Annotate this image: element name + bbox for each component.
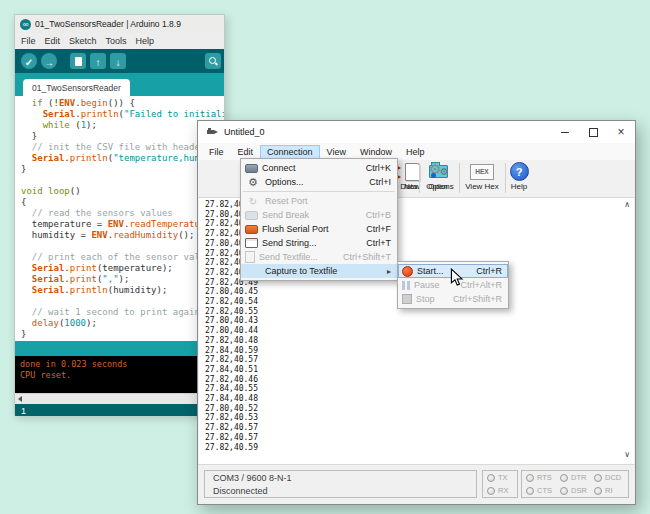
menu-item-stop[interactable]: StopCtrl+Shift+R [398, 292, 508, 306]
menu-item-send-string[interactable]: Send String...Ctrl+T [241, 236, 397, 250]
arduino-toolbar [15, 49, 224, 73]
code-token: // read the sensors values [21, 208, 173, 218]
reset-port-icon [245, 195, 261, 207]
code-token: ); [86, 318, 97, 328]
sketch-tab[interactable]: 01_TwoSensorsReader [23, 79, 130, 96]
led-indicator-icon [487, 487, 495, 495]
menu-item-label: Start... [417, 266, 444, 276]
code-token: temperature = [21, 219, 108, 229]
code-token [21, 120, 43, 130]
terminal-line: 27.82,40.57 [205, 355, 634, 365]
menu-item-capture-to-textfile[interactable]: Capture to Textfile [241, 264, 397, 278]
led-label: RX [498, 486, 508, 495]
coolterm-menu-connection[interactable]: Connection [260, 145, 320, 159]
code-token: ( [70, 120, 81, 130]
coolterm-menu-view[interactable]: View [320, 145, 353, 159]
arduino-menu-file[interactable]: File [21, 36, 36, 46]
scroll-down-arrow-icon[interactable] [624, 450, 630, 459]
terminal-line: 27.80,40.44 [205, 326, 634, 336]
arduino-status-strip [15, 341, 224, 356]
status-led-ri: RI [594, 484, 628, 497]
coolterm-menu-window[interactable]: Window [353, 145, 399, 159]
coolterm-menu-help[interactable]: Help [399, 145, 432, 159]
code-token: void [21, 186, 43, 196]
options-button[interactable]: Options [420, 162, 460, 195]
port-info-panel: COM3 / 9600 8-N-1 Disconnected [204, 470, 477, 498]
code-token: (humidity); [108, 285, 168, 295]
code-line: } [21, 164, 224, 175]
led-row: CTSDSRRI [526, 484, 628, 497]
upload-button[interactable] [41, 53, 57, 69]
code-line: // print each of the sensor values [21, 252, 224, 263]
menu-item-label: Stop [416, 294, 435, 304]
code-token: loop [48, 186, 70, 196]
scroll-up-arrow-icon[interactable] [624, 200, 630, 209]
menu-item-reset-port[interactable]: Reset Port [241, 194, 397, 208]
coolterm-menu-file[interactable]: File [202, 145, 231, 159]
desktop: ∞ 01_TwoSensorsReader | Arduino 1.8.9 Fi… [0, 0, 650, 514]
save-sketch-button[interactable] [110, 53, 126, 69]
terminal-line: 27.82,40.53 [205, 413, 634, 423]
menu-item-shortcut: Ctrl+K [366, 163, 391, 173]
console-output-line: done in 0.023 seconds [20, 359, 224, 370]
new-sketch-button[interactable] [70, 53, 86, 69]
arduino-menu-tools[interactable]: Tools [106, 36, 127, 46]
code-token: Serial [43, 109, 76, 119]
pause-icon [402, 281, 405, 290]
menu-item-options[interactable]: Options...Ctrl+I [241, 175, 397, 189]
save-sketch-icon [116, 52, 121, 70]
arduino-menu-sketch[interactable]: Sketch [69, 36, 97, 46]
options-button-label: Options [426, 182, 454, 191]
code-token: delay [32, 318, 59, 328]
terminal-line: 27.82,40.46 [205, 375, 634, 385]
code-line: Serial.println("temperature,humidity"); [21, 153, 224, 164]
help-button[interactable]: Help [501, 162, 537, 195]
open-sketch-icon [96, 52, 101, 70]
terminal-line: 27.84,40.59 [205, 346, 634, 356]
menu-item-flush-serial-port[interactable]: Flush Serial PortCtrl+F [241, 222, 397, 236]
menu-item-shortcut: Ctrl+T [366, 238, 391, 248]
terminal-line: 27.82,40.57 [205, 433, 634, 443]
arduino-titlebar[interactable]: ∞ 01_TwoSensorsReader | Arduino 1.8.9 [15, 15, 224, 33]
console-output-line: CPU reset. [20, 370, 224, 381]
led-label: CTS [537, 486, 552, 495]
code-editor[interactable]: if (!ENV.begin()) { Serial.println("Fail… [15, 96, 224, 341]
minimize-button[interactable] [551, 121, 579, 143]
arduino-menu-help[interactable]: Help [136, 36, 155, 46]
serial-monitor-magnifier-icon [209, 57, 217, 65]
view-hex-button[interactable]: HEX View Hex [460, 162, 504, 195]
code-line: { [21, 197, 224, 208]
led-indicator-icon [526, 487, 534, 495]
code-token: print [70, 263, 97, 273]
menu-item-send-textfile[interactable]: Send Textfile...Ctrl+Shift+T [241, 250, 397, 264]
stop-icon [402, 294, 412, 304]
menu-item-icon-blank [245, 265, 261, 277]
verify-button[interactable] [21, 53, 37, 69]
led-label: TX [498, 473, 508, 482]
code-token [21, 318, 32, 328]
coolterm-menu-edit[interactable]: Edit [231, 145, 261, 159]
maximize-button[interactable] [579, 121, 607, 143]
code-token: Serial [32, 274, 65, 284]
open-sketch-button[interactable] [90, 53, 106, 69]
terminal-line: 27.80,40.43 [205, 316, 634, 326]
send-textfile-icon [245, 251, 255, 263]
code-line: // init the CSV file with headers [21, 142, 224, 153]
code-token: 1000 [64, 318, 86, 328]
code-token: Serial [32, 263, 65, 273]
code-token: println [70, 153, 108, 163]
arduino-menu-edit[interactable]: Edit [45, 36, 61, 46]
code-line: while (1); [21, 120, 224, 131]
connect-icon [245, 164, 258, 173]
console-horizontal-scrollbar[interactable] [15, 393, 224, 404]
code-line: Serial.println(humidity); [21, 285, 224, 296]
code-token [21, 263, 32, 273]
arduino-logo-icon: ∞ [20, 19, 31, 30]
menu-item-connect[interactable]: ConnectCtrl+K [241, 161, 397, 175]
coolterm-titlebar[interactable]: Untitled_0 × [198, 121, 635, 143]
serial-monitor-button[interactable] [205, 53, 221, 69]
scroll-left-arrow-icon[interactable] [18, 396, 22, 402]
verify-check-icon [25, 52, 33, 70]
menu-item-send-break[interactable]: Send BreakCtrl+B [241, 208, 397, 222]
close-button[interactable]: × [607, 121, 635, 143]
